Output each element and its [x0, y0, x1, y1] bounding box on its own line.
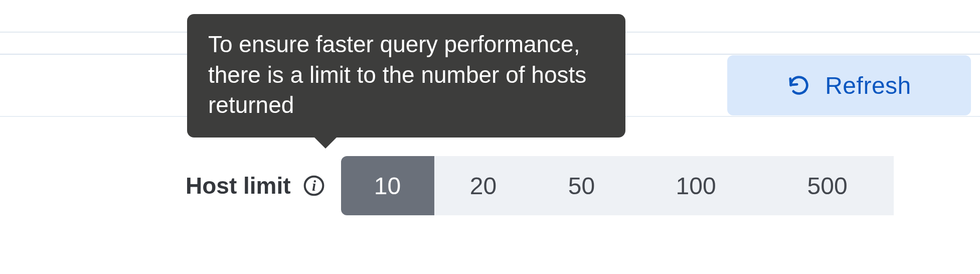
info-icon[interactable]: i	[302, 174, 326, 198]
host-limit-segmented: 10 20 50 100 500	[341, 156, 971, 215]
refresh-label: Refresh	[825, 72, 911, 99]
refresh-icon	[787, 73, 811, 97]
refresh-button[interactable]: Refresh	[727, 55, 971, 115]
host-limit-tooltip: To ensure faster query performance, ther…	[187, 14, 625, 138]
tooltip-text: To ensure faster query performance, ther…	[208, 31, 586, 118]
tooltip-arrow	[313, 136, 338, 149]
host-limit-label: Host limit	[186, 172, 291, 199]
host-limit-control: Host limit i 10 20 50 100 500	[186, 154, 971, 218]
host-limit-option-100[interactable]: 100	[631, 156, 761, 215]
host-limit-option-50[interactable]: 50	[533, 156, 631, 215]
svg-text:i: i	[311, 178, 316, 194]
host-limit-option-20[interactable]: 20	[434, 156, 533, 215]
host-limit-option-500[interactable]: 500	[761, 156, 894, 215]
host-limit-option-10[interactable]: 10	[341, 156, 434, 215]
